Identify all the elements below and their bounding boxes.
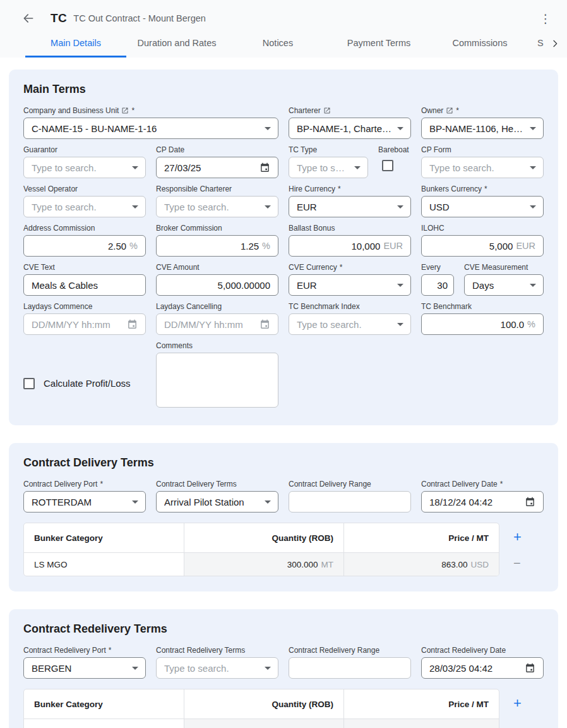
- checkbox-label: Calculate Profit/Loss: [44, 378, 131, 389]
- section-main-terms: Main Terms Company and Business Unit* C-…: [9, 70, 558, 425]
- column-header: Bunker Category: [24, 689, 184, 719]
- tc-benchmark-index-select[interactable]: Type to search.: [289, 313, 411, 335]
- cve-text-input[interactable]: [23, 274, 146, 296]
- laydays-cancelling-text[interactable]: [164, 319, 260, 330]
- bunker-category-cell[interactable]: LS MGO: [24, 553, 184, 576]
- contract-redelivery-range-text[interactable]: [297, 663, 403, 674]
- required-marker: *: [500, 480, 503, 488]
- add-row-button[interactable]: +: [513, 689, 522, 718]
- cp-date-input[interactable]: [156, 157, 278, 178]
- field-cve-text: CVE Text: [23, 263, 146, 296]
- quantity-cell[interactable]: 300.000MT: [184, 553, 343, 576]
- remove-row-button[interactable]: −: [513, 718, 522, 728]
- field-label: TC Benchmark Index: [289, 302, 360, 311]
- ballast-bonus-text[interactable]: [297, 241, 380, 252]
- every-text[interactable]: [427, 280, 448, 291]
- field-label: Address Commission: [23, 224, 95, 233]
- field-tc-type: TC Type Type to sea...: [289, 145, 368, 178]
- cp-date-text[interactable]: [164, 162, 260, 173]
- tab-duration-and-rates[interactable]: Duration and Rates: [126, 30, 227, 58]
- laydays-cancelling-input[interactable]: [156, 313, 278, 335]
- field-label: Every: [421, 263, 441, 272]
- ballast-bonus-input[interactable]: EUR: [289, 235, 411, 257]
- tc-type-select[interactable]: Type to sea...: [289, 157, 368, 178]
- cve-measurement-select[interactable]: Days: [464, 274, 544, 296]
- contract-delivery-date-text[interactable]: [429, 497, 525, 507]
- responsible-charterer-select[interactable]: Type to search.: [156, 196, 278, 217]
- laydays-commence-text[interactable]: [32, 319, 127, 330]
- contract-delivery-range-input[interactable]: [289, 491, 411, 513]
- cve-text-text[interactable]: [32, 280, 138, 291]
- ilohc-text[interactable]: [429, 241, 513, 252]
- field-every: Every: [421, 263, 454, 296]
- contract-redelivery-date-text[interactable]: [429, 663, 525, 674]
- quantity-cell[interactable]: 300.000MT: [184, 719, 343, 728]
- laydays-commence-input[interactable]: [23, 313, 146, 335]
- calendar-icon[interactable]: [260, 319, 270, 330]
- required-marker: *: [100, 480, 103, 488]
- open-in-new-icon[interactable]: [323, 107, 331, 114]
- field-cp-date: CP Date: [156, 145, 278, 178]
- price-cell[interactable]: 863.00USD: [343, 553, 499, 576]
- hire-currency-select[interactable]: EUR: [289, 196, 411, 217]
- tc-benchmark-text[interactable]: [429, 319, 524, 330]
- charterer-select[interactable]: BP-NAME-1, Charterer, …: [289, 118, 411, 139]
- cve-amount-input[interactable]: [156, 274, 278, 296]
- open-in-new-icon[interactable]: [121, 107, 129, 114]
- field-ilohc: ILOHC EUR: [421, 224, 544, 257]
- field-guarantor: Guarantor Type to search.: [23, 145, 146, 178]
- bunker-category-cell[interactable]: LS MGO: [24, 719, 184, 728]
- kebab-menu-icon[interactable]: ⋮: [537, 13, 554, 25]
- tc-benchmark-input[interactable]: %: [421, 313, 544, 335]
- calendar-icon[interactable]: [127, 319, 138, 330]
- vessel-operator-select[interactable]: Type to search.: [23, 196, 146, 217]
- contract-redelivery-range-input[interactable]: [289, 657, 411, 679]
- contract-redelivery-port-select[interactable]: BERGEN: [23, 657, 146, 679]
- cve-amount-text[interactable]: [164, 280, 270, 291]
- chevron-right-icon[interactable]: [547, 35, 563, 52]
- section-title: Contract Redelivery Terms: [9, 622, 558, 636]
- tab-payment-terms[interactable]: Payment Terms: [328, 30, 429, 58]
- comments-textarea[interactable]: [156, 353, 278, 408]
- tab-overflow-clipped[interactable]: S: [537, 30, 544, 56]
- tab-commissions[interactable]: Commissions: [429, 30, 530, 58]
- cve-currency-select[interactable]: EUR: [289, 274, 411, 296]
- add-row-button[interactable]: +: [513, 523, 522, 552]
- field-contract-delivery-range: Contract Delivery Range: [289, 480, 411, 513]
- address-commission-input[interactable]: %: [23, 235, 146, 257]
- every-input[interactable]: [421, 274, 454, 296]
- field-responsible-charterer: Responsible Charterer Type to search.: [156, 185, 278, 217]
- cp-form-select[interactable]: Type to search.: [421, 157, 544, 178]
- contract-delivery-terms-select[interactable]: Arrival Pilot Station: [156, 491, 278, 513]
- broker-commission-input[interactable]: %: [156, 235, 278, 257]
- field-ballast-bonus: Ballast Bonus EUR: [289, 224, 411, 257]
- contract-delivery-date-input[interactable]: [421, 491, 544, 513]
- broker-commission-text[interactable]: [164, 241, 259, 252]
- contract-redelivery-date-input[interactable]: [421, 657, 544, 679]
- open-in-new-icon[interactable]: [446, 107, 453, 114]
- field-label: CVE Text: [23, 263, 55, 272]
- section-title: Contract Delivery Terms: [9, 456, 558, 470]
- owner-select[interactable]: BP-NAME-1106, Head …: [421, 118, 544, 139]
- required-marker: *: [456, 106, 459, 115]
- back-button[interactable]: [20, 10, 37, 27]
- calculate-profit-loss-checkbox[interactable]: [23, 378, 35, 389]
- address-commission-text[interactable]: [32, 241, 126, 252]
- tab-notices[interactable]: Notices: [227, 30, 328, 58]
- calendar-icon[interactable]: [525, 497, 535, 507]
- contract-delivery-port-select[interactable]: ROTTERDAM: [23, 491, 146, 513]
- field-cve-measurement: CVE Measurement Days: [464, 263, 544, 296]
- tab-main-details[interactable]: Main Details: [25, 30, 126, 58]
- guarantor-select[interactable]: Type to search.: [23, 157, 146, 178]
- ilohc-input[interactable]: EUR: [421, 235, 544, 257]
- contract-delivery-range-text[interactable]: [297, 497, 403, 507]
- table-actions: + −: [513, 689, 522, 728]
- price-cell[interactable]: 863.00USD: [343, 719, 499, 728]
- bareboat-checkbox[interactable]: [382, 160, 393, 171]
- remove-row-button[interactable]: −: [513, 552, 522, 574]
- company-business-unit-select[interactable]: C-NAME-15 - BU-NAME-1-16: [23, 118, 278, 139]
- bunkers-currency-select[interactable]: USD: [421, 196, 544, 217]
- contract-redelivery-terms-select[interactable]: Type to search.: [156, 657, 278, 679]
- calendar-icon[interactable]: [260, 162, 270, 173]
- calendar-icon[interactable]: [525, 663, 535, 674]
